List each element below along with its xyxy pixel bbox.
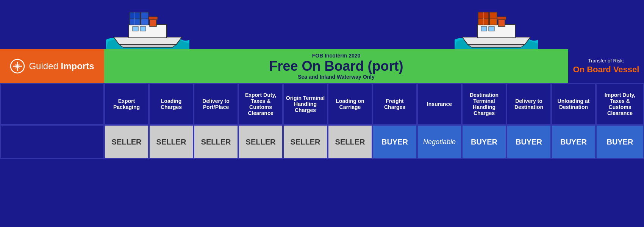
- resp-cell-insurance: Negotiable: [417, 125, 462, 159]
- risk-label: Transfer of Risk:: [588, 58, 624, 64]
- col-header-insurance: Insurance: [417, 83, 462, 125]
- logo-cell: Guided Imports: [0, 49, 104, 83]
- logo-spacer: [0, 83, 104, 125]
- col-header-import-duty: Import Duty, Taxes & Customs Clearance: [596, 83, 644, 125]
- col-header-loading-on-carriage: Loading on Carriage: [328, 83, 372, 125]
- destination-ship: [455, 4, 538, 49]
- main-container: Guided Imports FOB Incoterm 2020 Free On…: [0, 0, 644, 208]
- logo-plain: Guided: [29, 61, 61, 71]
- resp-spacer: [0, 125, 104, 159]
- col-header-delivery-to-port: Delivery to Port/Place: [194, 83, 238, 125]
- logo-text: Guided Imports: [29, 61, 94, 72]
- header-row: Guided Imports FOB Incoterm 2020 Free On…: [0, 49, 644, 83]
- resp-cell-loading-on-carriage: SELLER: [328, 125, 372, 159]
- title-cell: FOB Incoterm 2020 Free On Board (port) S…: [104, 49, 568, 83]
- svg-rect-13: [489, 26, 494, 31]
- svg-rect-12: [481, 26, 487, 31]
- resp-cell-dest-thc: BUYER: [462, 125, 506, 159]
- resp-cell-delivery-to-dest: BUYER: [506, 125, 551, 159]
- risk-cell: Transfer of Risk: On Board Vessel: [568, 49, 644, 83]
- svg-rect-1: [133, 26, 138, 31]
- bottom-space: [0, 159, 644, 208]
- col-header-unloading-at-dest: Unloading at Destination: [551, 83, 596, 125]
- columns-header-row: Export PackagingLoading ChargesDelivery …: [0, 83, 644, 125]
- resp-cell-import-duty: BUYER: [596, 125, 644, 159]
- col-header-freight-charges: Freight Charges: [372, 83, 417, 125]
- col-header-export-packaging: Export Packaging: [104, 83, 149, 125]
- resp-cell-origin-thc: SELLER: [283, 125, 328, 159]
- incoterm-title: Free On Board (port): [269, 59, 403, 74]
- resp-cell-loading-charges: SELLER: [149, 125, 194, 159]
- col-header-loading-charges: Loading Charges: [149, 83, 194, 125]
- risk-value: On Board Vessel: [573, 65, 639, 74]
- origin-ship: [106, 4, 189, 49]
- col-header-dest-thc: Destination Terminal Handling Charges: [462, 83, 506, 125]
- resp-cell-export-packaging: SELLER: [104, 125, 149, 159]
- incoterm-label: FOB Incoterm 2020: [312, 53, 361, 59]
- guided-imports-icon: [10, 59, 25, 74]
- resp-cell-export-duty: SELLER: [238, 125, 283, 159]
- col-header-origin-thc: Origin Terminal Handling Charges: [283, 83, 328, 125]
- incoterm-subtitle: Sea and Inland Waterway Only: [298, 74, 375, 80]
- svg-rect-4: [148, 17, 158, 20]
- resp-cell-freight-charges: BUYER: [372, 125, 417, 159]
- col-header-export-duty: Export Duty, Taxes & Customs Clearance: [238, 83, 283, 125]
- col-header-delivery-to-dest: Delivery to Destination: [506, 83, 551, 125]
- logo-bold: Imports: [61, 61, 94, 71]
- resp-cell-unloading-at-dest: BUYER: [551, 125, 596, 159]
- svg-rect-8: [141, 12, 148, 19]
- svg-rect-2: [140, 26, 146, 31]
- responsibility-row: SELLERSELLERSELLERSELLERSELLERSELLERBUYE…: [0, 125, 644, 159]
- ships-row: [0, 0, 644, 49]
- resp-cell-delivery-to-port: SELLER: [194, 125, 238, 159]
- svg-rect-15: [497, 17, 506, 20]
- svg-rect-19: [489, 12, 497, 19]
